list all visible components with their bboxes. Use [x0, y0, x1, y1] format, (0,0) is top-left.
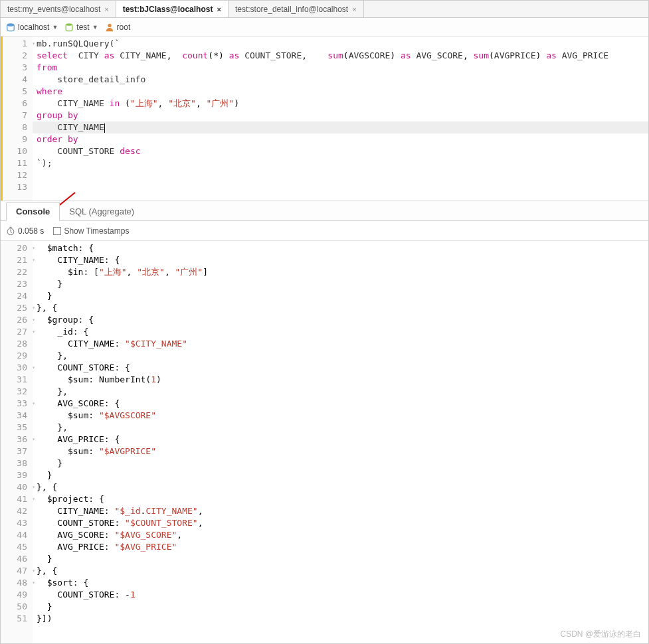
line-number: 48: [1, 577, 33, 589]
line-number: 28: [1, 338, 33, 350]
database-server-icon: [6, 23, 15, 32]
code-line: }: [33, 601, 648, 613]
svg-rect-5: [9, 226, 12, 227]
code-line: }: [33, 290, 648, 302]
code-area[interactable]: mb.runSQLQuery(`select CITY as CITY_NAME…: [33, 37, 648, 201]
code-area: $match: { CITY_NAME: { $in: ["上海", "北京",…: [33, 241, 648, 643]
code-line: }, {: [33, 481, 648, 493]
line-number: 6: [1, 98, 33, 110]
line-number: 24: [1, 290, 33, 302]
line-number: 43: [1, 517, 33, 529]
line-number: 22: [1, 266, 33, 278]
line-number: 2: [1, 50, 33, 62]
result-tab-bar: ConsoleSQL (Aggregate): [1, 201, 648, 221]
database-icon: [64, 23, 74, 32]
line-number: 40: [1, 481, 33, 493]
code-line: `);: [33, 157, 648, 169]
checkbox-icon: [53, 227, 61, 235]
chevron-down-icon: ▼: [92, 24, 98, 31]
console-output[interactable]: 2021222324252627282930313233343536373839…: [1, 241, 648, 643]
ide-window: test:my_events@localhost×test:bJClass@lo…: [0, 0, 649, 644]
code-line: },: [33, 422, 648, 434]
close-icon[interactable]: ×: [104, 5, 108, 13]
file-tab[interactable]: test:bJClass@localhost×: [116, 1, 229, 17]
show-ts-label: Show Timestamps: [64, 226, 129, 236]
line-number: 25: [1, 302, 33, 314]
file-tab[interactable]: test:my_events@localhost×: [1, 1, 116, 17]
line-number: 12: [1, 169, 33, 181]
line-number: 7: [1, 110, 33, 121]
code-line: COUNT_STORE: -1: [33, 589, 648, 601]
result-toolbar: 0.058 s Show Timestamps: [1, 221, 648, 241]
code-line: COUNT_STORE desc: [33, 145, 648, 157]
line-number: 39: [1, 469, 33, 481]
code-line: where: [33, 86, 648, 98]
database-selector[interactable]: test ▼: [64, 23, 98, 32]
server-label: localhost: [18, 23, 49, 32]
code-line: select CITY as CITY_NAME, count(*) as CO…: [33, 50, 648, 62]
result-tab[interactable]: SQL (Aggregate): [60, 202, 143, 220]
code-line: CITY_NAME: "$_id.CITY_NAME",: [33, 505, 648, 517]
line-number: 13: [1, 181, 33, 193]
line-number: 30: [1, 362, 33, 374]
code-line: },: [33, 350, 648, 362]
line-number: 10: [1, 145, 33, 157]
line-number: 3: [1, 62, 33, 74]
close-icon[interactable]: ×: [352, 5, 356, 13]
db-label: test: [76, 23, 89, 32]
code-line: AVG_PRICE: "$AVG_PRICE": [33, 541, 648, 553]
user-indicator: root: [105, 23, 131, 32]
user-icon: [105, 23, 114, 32]
code-line: $in: ["上海", "北京", "广州"]: [33, 266, 648, 278]
line-number: 26: [1, 314, 33, 326]
code-line: $match: {: [33, 242, 648, 254]
code-line: AVG_PRICE: {: [33, 434, 648, 445]
show-timestamps-toggle[interactable]: Show Timestamps: [53, 226, 129, 236]
svg-point-2: [108, 23, 111, 27]
exec-time-label: 0.058 s: [18, 226, 44, 236]
line-number: 32: [1, 386, 33, 398]
close-icon[interactable]: ×: [217, 5, 221, 13]
line-gutter: 12345678910111213: [1, 37, 33, 201]
code-line: [33, 169, 648, 181]
code-line: }: [33, 457, 648, 469]
tab-label: test:my_events@localhost: [7, 5, 100, 14]
tab-label: test:bJClass@localhost: [123, 5, 213, 14]
code-line: }, {: [33, 302, 648, 314]
sql-editor[interactable]: 12345678910111213 mb.runSQLQuery(`select…: [1, 37, 648, 201]
line-number: 29: [1, 350, 33, 362]
exec-time: 0.058 s: [6, 226, 44, 236]
stopwatch-icon: [6, 226, 15, 236]
code-line: CITY_NAME: {: [33, 254, 648, 266]
line-number: 35: [1, 422, 33, 434]
code-line: $sort: {: [33, 577, 648, 589]
line-number: 9: [1, 133, 33, 145]
code-line: $sum: NumberInt(1): [33, 374, 648, 386]
line-number: 31: [1, 374, 33, 386]
svg-point-1: [66, 23, 72, 26]
server-selector[interactable]: localhost ▼: [6, 23, 58, 32]
user-label: root: [117, 23, 131, 32]
line-number: 21: [1, 254, 33, 266]
line-number: 11: [1, 157, 33, 169]
code-line: AVG_SCORE: "$AVG_SCORE",: [33, 529, 648, 541]
line-number: 47: [1, 565, 33, 577]
line-number: 37: [1, 445, 33, 457]
line-number: 49: [1, 589, 33, 601]
code-line: }, {: [33, 565, 648, 577]
code-line: CITY_NAME in ("上海", "北京", "广州"): [33, 98, 648, 110]
code-line: _id: {: [33, 326, 648, 338]
line-number: 50: [1, 601, 33, 613]
code-line: CITY_NAME: "$CITY_NAME": [33, 338, 648, 350]
line-number: 1: [1, 38, 33, 50]
file-tab[interactable]: test:store_detail_info@localhost×: [229, 1, 364, 17]
code-line: }]): [33, 613, 648, 625]
svg-point-0: [7, 23, 15, 26]
code-line: $group: {: [33, 314, 648, 326]
line-number: 4: [1, 74, 33, 86]
code-line: COUNT_STORE: "$COUNT_STORE",: [33, 517, 648, 529]
result-tab[interactable]: Console: [6, 202, 60, 221]
code-line: mb.runSQLQuery(`: [33, 38, 648, 50]
line-gutter: 2021222324252627282930313233343536373839…: [1, 241, 33, 643]
tab-label: test:store_detail_info@localhost: [235, 5, 348, 14]
